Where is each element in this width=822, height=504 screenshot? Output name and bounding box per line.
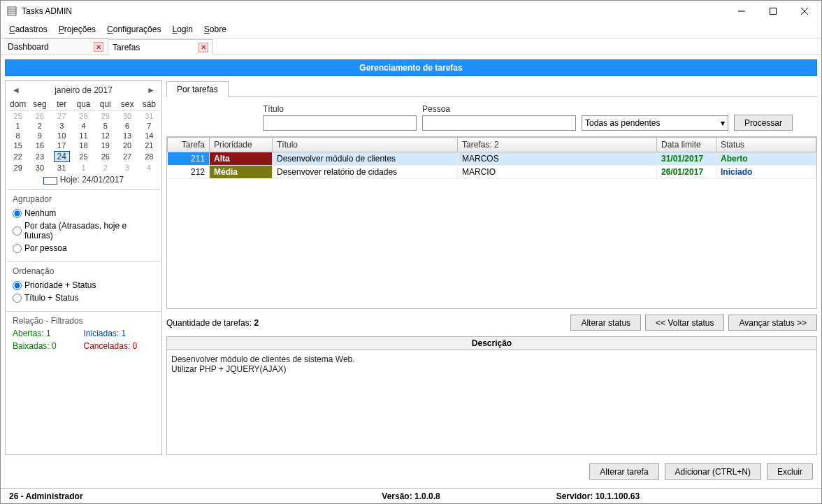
agrupador-option[interactable]: Nenhum — [13, 207, 154, 219]
close-button[interactable] — [788, 1, 820, 21]
column-header[interactable]: Tarefa — [168, 138, 210, 152]
ordenacao-option[interactable]: Título + Status — [13, 291, 154, 304]
calendar-prev-button[interactable]: ◄ — [11, 85, 21, 95]
calendar-day[interactable]: 10 — [51, 131, 73, 141]
stat-iniciadas: Iniciadas: 1 — [84, 329, 155, 338]
tab-close-icon[interactable]: ✕ — [94, 42, 103, 52]
calendar-day[interactable]: 8 — [7, 131, 29, 141]
calendar-day[interactable]: 16 — [29, 141, 50, 150]
menubar: CadastrosProjeçõesConfiguraçõesLoginSobr… — [1, 22, 821, 38]
calendar-day[interactable]: 6 — [116, 121, 138, 131]
calendar-day[interactable]: 1 — [73, 163, 94, 173]
calendar-day[interactable]: 2 — [94, 163, 116, 173]
calendar-day[interactable]: 3 — [116, 163, 138, 173]
menu-configurações[interactable]: Configurações — [101, 22, 166, 38]
pessoa-input[interactable] — [422, 115, 576, 131]
sidebar: ◄ janeiro de 2017 ► domsegterquaquisexsá… — [5, 80, 162, 455]
alterar-tarefa-button[interactable]: Alterar tarefa — [589, 463, 658, 480]
minimize-button[interactable] — [726, 1, 757, 21]
calendar-day[interactable]: 25 — [73, 150, 94, 163]
avancar-status-button[interactable]: Avançar status >> — [728, 315, 817, 331]
app-icon — [6, 6, 17, 17]
calendar-day[interactable]: 23 — [29, 150, 50, 163]
alterar-status-button[interactable]: Alterar status — [570, 315, 641, 331]
menu-login[interactable]: Login — [166, 22, 198, 38]
titlebar: Tasks ADMIN — [1, 1, 821, 22]
calendar-day[interactable]: 11 — [73, 131, 94, 141]
calendar-day[interactable]: 29 — [7, 163, 29, 173]
calendar-day[interactable]: 9 — [29, 131, 50, 141]
excluir-button[interactable]: Excluir — [767, 463, 813, 480]
calendar-day[interactable]: 4 — [73, 121, 94, 131]
calendar-day[interactable]: 27 — [116, 150, 138, 163]
calendar-day[interactable]: 15 — [7, 141, 29, 150]
menu-projeções[interactable]: Projeções — [53, 22, 101, 38]
processar-button[interactable]: Processar — [734, 115, 793, 131]
calendar-day[interactable]: 26 — [94, 150, 116, 163]
doc-tab-dashboard[interactable]: Dashboard✕ — [3, 38, 108, 55]
tasks-grid[interactable]: TarefaPrioridadeTítuloTarefas: 2Data lim… — [166, 136, 817, 309]
inner-tabs: Por tarefas — [166, 80, 817, 97]
menu-sobre[interactable]: Sobre — [199, 22, 232, 38]
calendar-day[interactable]: 26 — [29, 111, 50, 122]
calendar-day[interactable]: 13 — [116, 131, 138, 141]
ordenacao-title: Ordenação — [13, 266, 154, 276]
calendar-day[interactable]: 27 — [51, 111, 73, 122]
calendar-next-button[interactable]: ► — [146, 85, 156, 95]
calendar-day[interactable]: 19 — [94, 141, 116, 150]
maximize-button[interactable] — [757, 1, 788, 21]
calendar-day[interactable]: 18 — [73, 141, 94, 150]
agrupador-group: Agrupador NenhumPor data (Atrasadas, hoj… — [7, 189, 160, 259]
calendar-day[interactable]: 24 — [51, 150, 73, 163]
calendar-day[interactable]: 14 — [138, 131, 160, 141]
calendar-day[interactable]: 28 — [73, 111, 94, 122]
agrupador-option[interactable]: Por data (Atrasadas, hoje e futuras) — [13, 219, 154, 242]
agrupador-option[interactable]: Por pessoa — [13, 242, 154, 254]
status-version: Versão: 1.0.0.8 — [274, 491, 547, 501]
calendar-day[interactable]: 22 — [7, 150, 29, 163]
table-row[interactable]: 212MédiaDesenvover relatório de cidadesM… — [168, 166, 816, 179]
calendar-day[interactable]: 28 — [138, 150, 160, 163]
calendar-day[interactable]: 20 — [116, 141, 138, 150]
calendar-day[interactable]: 25 — [7, 111, 29, 122]
calendar-today-label[interactable]: Hoje: 24/01/2017 — [7, 173, 160, 187]
calendar-day[interactable]: 30 — [29, 163, 50, 173]
column-header[interactable]: Data limite — [657, 138, 716, 152]
column-header[interactable]: Tarefas: 2 — [458, 138, 657, 152]
titulo-label: Título — [263, 104, 417, 114]
statusbar: 26 - Administrador Versão: 1.0.0.8 Servi… — [1, 488, 821, 503]
calendar-day[interactable]: 3 — [51, 121, 73, 131]
calendar-day[interactable]: 21 — [138, 141, 160, 150]
calendar-day[interactable]: 7 — [138, 121, 160, 131]
calendar-day[interactable]: 2 — [29, 121, 50, 131]
calendar-day[interactable]: 30 — [116, 111, 138, 122]
tab-por-tarefas[interactable]: Por tarefas — [166, 81, 229, 97]
pessoa-label: Pessoa — [422, 104, 576, 114]
column-header[interactable]: Status — [716, 138, 816, 152]
tab-close-icon[interactable]: ✕ — [199, 43, 208, 52]
calendar-day[interactable]: 4 — [138, 163, 160, 173]
agrupador-title: Agrupador — [13, 194, 154, 204]
column-header[interactable]: Prioridade — [210, 138, 273, 152]
filter-row: Título Pessoa Todas as pendentes ▾ Proce… — [166, 100, 817, 134]
stat-abertas: Abertas: 1 — [13, 329, 84, 338]
doc-tab-tarefas[interactable]: Tarefas✕ — [108, 39, 213, 55]
calendar-day[interactable]: 31 — [138, 111, 160, 122]
calendar-day[interactable]: 1 — [7, 121, 29, 131]
titulo-input[interactable] — [263, 115, 417, 131]
column-header[interactable]: Título — [273, 138, 458, 152]
voltar-status-button[interactable]: << Voltar status — [645, 315, 724, 331]
content-area: Por tarefas Título Pessoa Todas as pende… — [166, 80, 817, 455]
calendar-day[interactable]: 29 — [94, 111, 116, 122]
calendar-day[interactable]: 17 — [51, 141, 73, 150]
status-filter-combo[interactable]: Todas as pendentes ▾ — [582, 115, 728, 131]
calendar-day[interactable]: 12 — [94, 131, 116, 141]
menu-cadastros[interactable]: Cadastros — [3, 22, 53, 38]
adicionar-button[interactable]: Adicionar (CTRL+N) — [665, 463, 761, 480]
chevron-down-icon: ▾ — [721, 118, 725, 128]
table-row[interactable]: 211AltaDesenvolver módulo de clientesMAR… — [168, 152, 816, 166]
task-count: Quantidade de tarefas: 2 — [166, 318, 259, 328]
ordenacao-option[interactable]: Prioridade + Status — [13, 279, 154, 291]
calendar-day[interactable]: 5 — [94, 121, 116, 131]
calendar-day[interactable]: 31 — [51, 163, 73, 173]
